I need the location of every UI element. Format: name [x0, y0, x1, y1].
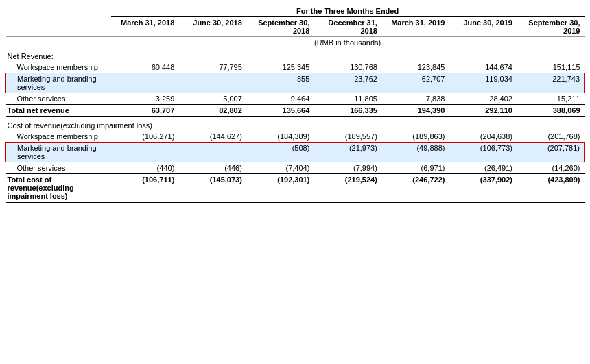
cell-s0-r0-c3: 130,768	[314, 62, 381, 73]
cell-s0-r1-c1: —	[178, 73, 246, 93]
cell-s1-r1-c2: (508)	[246, 143, 314, 162]
cell-s0-r0-c1: 77,795	[178, 62, 246, 73]
col-header-5: March 31, 2019	[381, 17, 449, 37]
cell-s1-r2-c6: (14,260)	[517, 162, 585, 174]
cell-s1-r1-c1: —	[178, 143, 246, 162]
data-row-s0-r1: Marketing and branding services——85523,7…	[6, 73, 585, 93]
main-header-row: For the Three Months Ended	[6, 5, 585, 17]
data-row-s1-r0: Workspace membership(106,271)(144,627)(1…	[6, 131, 585, 143]
row-label-s1-r2: Other services	[6, 162, 111, 174]
section-label-1: Cost of revenue(excluding impairment los…	[6, 117, 585, 131]
cell-s1-r0-c5: (204,638)	[449, 131, 517, 143]
total-cell-s1-c0: (106,711)	[111, 174, 179, 203]
cell-s0-r2-c6: 15,211	[517, 93, 585, 105]
cell-s0-r0-c4: 123,845	[381, 62, 449, 73]
cell-s0-r2-c1: 5,007	[178, 93, 246, 105]
cell-s0-r1-c0: —	[111, 73, 179, 93]
cell-s1-r1-c4: (49,888)	[381, 143, 449, 162]
cell-s1-r2-c4: (6,971)	[381, 162, 449, 174]
total-cell-s1-c5: (337,902)	[449, 174, 517, 203]
row-label-s0-r1: Marketing and branding services	[6, 73, 111, 93]
col-header-6: June 30, 2019	[449, 17, 517, 37]
unit-row: (RMB in thousands)	[6, 37, 585, 49]
cell-s1-r0-c6: (201,768)	[517, 131, 585, 143]
total-label-s0: Total net revenue	[6, 105, 111, 117]
cell-s0-r1-c2: 855	[246, 73, 314, 93]
total-cell-s1-c2: (192,301)	[246, 174, 314, 203]
main-header-title: For the Three Months Ended	[111, 5, 585, 17]
cell-s0-r1-c6: 221,743	[517, 73, 585, 93]
cell-s1-r0-c0: (106,271)	[111, 131, 179, 143]
col-header-1: March 31, 2018	[111, 17, 179, 37]
section-label-0: Net Revenue:	[6, 48, 585, 62]
cell-s1-r1-c5: (106,773)	[449, 143, 517, 162]
cell-s0-r2-c5: 28,402	[449, 93, 517, 105]
col-header-3: September 30, 2018	[246, 17, 314, 37]
total-cell-s1-c6: (423,809)	[517, 174, 585, 203]
total-row-s1: Total cost of revenue(excluding impairme…	[6, 174, 585, 203]
cell-s0-r0-c6: 151,115	[517, 62, 585, 73]
data-row-s0-r0: Workspace membership60,44877,795125,3451…	[6, 62, 585, 73]
row-label-s1-r0: Workspace membership	[6, 131, 111, 143]
cell-s1-r2-c2: (7,404)	[246, 162, 314, 174]
cell-s0-r0-c5: 144,674	[449, 62, 517, 73]
row-label-s0-r2: Other services	[6, 93, 111, 105]
total-cell-s1-c1: (145,073)	[178, 174, 246, 203]
row-label-s1-r1: Marketing and branding services	[6, 143, 111, 162]
cell-s1-r2-c1: (446)	[178, 162, 246, 174]
cell-s0-r1-c5: 119,034	[449, 73, 517, 93]
data-row-s0-r2: Other services3,2595,0079,46411,8057,838…	[6, 93, 585, 105]
cell-s0-r2-c4: 7,838	[381, 93, 449, 105]
cell-s0-r2-c0: 3,259	[111, 93, 179, 105]
row-label-s0-r0: Workspace membership	[6, 62, 111, 73]
col-header-2: June 30, 2018	[178, 17, 246, 37]
cell-s1-r1-c6: (207,781)	[517, 143, 585, 162]
total-cell-s0-c6: 388,069	[517, 105, 585, 117]
data-row-s1-r1: Marketing and branding services——(508)(2…	[6, 143, 585, 162]
cell-s1-r2-c3: (7,994)	[314, 162, 381, 174]
table-body: Net Revenue:Workspace membership60,44877…	[6, 48, 585, 202]
total-cell-s0-c4: 194,390	[381, 105, 449, 117]
cell-s1-r1-c0: —	[111, 143, 179, 162]
cell-s0-r2-c2: 9,464	[246, 93, 314, 105]
cell-s0-r1-c4: 62,707	[381, 73, 449, 93]
col-header-4: December 31, 2018	[314, 17, 381, 37]
cell-s0-r2-c3: 11,805	[314, 93, 381, 105]
unit-label: (RMB in thousands)	[111, 37, 585, 49]
cell-s0-r0-c2: 125,345	[246, 62, 314, 73]
total-cell-s0-c2: 135,664	[246, 105, 314, 117]
cell-s1-r2-c0: (440)	[111, 162, 179, 174]
cell-s1-r0-c1: (144,627)	[178, 131, 246, 143]
col-header-7: September 30, 2019	[517, 17, 585, 37]
cell-s0-r1-c3: 23,762	[314, 73, 381, 93]
total-cell-s0-c3: 166,335	[314, 105, 381, 117]
column-headers: March 31, 2018 June 30, 2018 September 3…	[6, 17, 585, 37]
total-row-s0: Total net revenue63,70782,802135,664166,…	[6, 105, 585, 117]
total-cell-s0-c0: 63,707	[111, 105, 179, 117]
total-cell-s1-c3: (219,524)	[314, 174, 381, 203]
data-row-s1-r2: Other services(440)(446)(7,404)(7,994)(6…	[6, 162, 585, 174]
total-label-s1: Total cost of revenue(excluding impairme…	[6, 174, 111, 203]
cell-s1-r0-c4: (189,863)	[381, 131, 449, 143]
cell-s1-r1-c3: (21,973)	[314, 143, 381, 162]
total-cell-s1-c4: (246,722)	[381, 174, 449, 203]
cell-s1-r0-c3: (189,557)	[314, 131, 381, 143]
cell-s1-r2-c5: (26,491)	[449, 162, 517, 174]
total-cell-s0-c5: 292,110	[449, 105, 517, 117]
cell-s1-r0-c2: (184,389)	[246, 131, 314, 143]
cell-s0-r0-c0: 60,448	[111, 62, 179, 73]
total-cell-s0-c1: 82,802	[178, 105, 246, 117]
